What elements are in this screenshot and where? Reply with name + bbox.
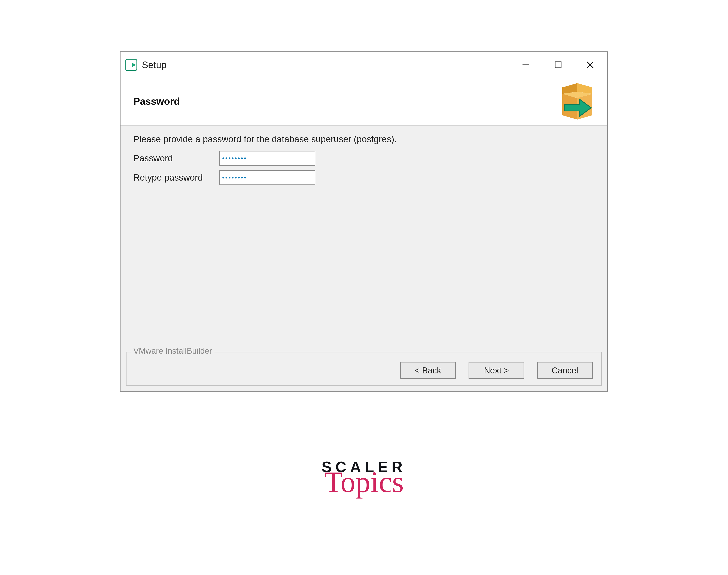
svg-rect-3 xyxy=(555,62,561,68)
footer-legend: VMware InstallBuilder xyxy=(131,346,215,356)
window-controls xyxy=(519,59,605,71)
close-button[interactable] xyxy=(584,59,596,71)
retype-password-input[interactable] xyxy=(219,170,315,185)
button-row: < Back Next > Cancel xyxy=(400,362,593,379)
box-arrow-icon xyxy=(556,81,599,122)
app-icon xyxy=(125,59,138,71)
cancel-button[interactable]: Cancel xyxy=(537,362,593,379)
password-label: Password xyxy=(133,153,219,164)
password-row: Password xyxy=(133,151,594,166)
retype-password-label: Retype password xyxy=(133,172,219,183)
footer-groupbox: VMware InstallBuilder < Back Next > Canc… xyxy=(126,352,602,386)
retype-password-row: Retype password xyxy=(133,170,594,185)
instruction-text: Please provide a password for the databa… xyxy=(133,134,594,144)
minimize-button[interactable] xyxy=(519,59,532,71)
page-title: Password xyxy=(133,96,180,107)
dialog-content: Please provide a password for the databa… xyxy=(120,126,607,185)
window-title: Setup xyxy=(142,60,519,70)
password-input[interactable] xyxy=(219,151,315,166)
dialog-header: Password xyxy=(120,78,607,126)
brand-line-2: Topics xyxy=(322,467,406,497)
setup-dialog: Setup Password xyxy=(120,52,608,392)
maximize-button[interactable] xyxy=(552,59,565,71)
title-bar: Setup xyxy=(120,52,607,78)
scaler-topics-logo: SCALER Topics xyxy=(322,459,406,497)
next-button[interactable]: Next > xyxy=(469,362,524,379)
back-button[interactable]: < Back xyxy=(400,362,456,379)
